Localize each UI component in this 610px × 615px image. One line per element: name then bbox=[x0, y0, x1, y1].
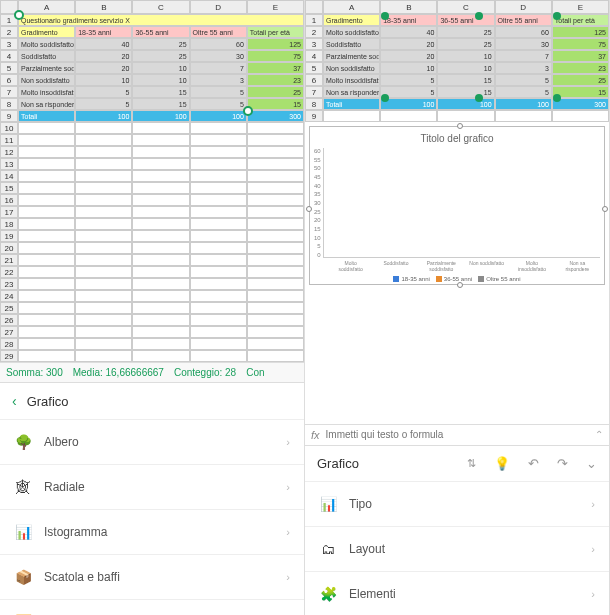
row-hdr[interactable]: 5 bbox=[305, 62, 323, 74]
row-hdr[interactable]: 24 bbox=[0, 290, 18, 302]
cell[interactable]: Oltre 55 anni bbox=[495, 14, 552, 26]
cell[interactable] bbox=[247, 254, 304, 266]
cell[interactable] bbox=[132, 254, 189, 266]
row-hdr[interactable]: 3 bbox=[0, 38, 18, 50]
row-10[interactable]: 10 bbox=[0, 122, 304, 134]
cell[interactable]: Totali bbox=[18, 110, 75, 122]
cell[interactable]: 15 bbox=[437, 86, 494, 98]
chart-object[interactable]: Titolo del grafico 605550454035302520151… bbox=[309, 126, 605, 285]
cell[interactable]: 23 bbox=[552, 62, 609, 74]
cell[interactable]: 5 bbox=[190, 86, 247, 98]
row-27[interactable]: 27 bbox=[0, 326, 304, 338]
cell[interactable]: 5 bbox=[495, 86, 552, 98]
cell[interactable]: 100 bbox=[437, 98, 494, 110]
cell[interactable] bbox=[75, 350, 132, 362]
selection-handle-br[interactable] bbox=[243, 106, 253, 116]
row-7[interactable]: 7Non sa rispondere515515 bbox=[305, 86, 609, 98]
row-6[interactable]: 6Non soddisfatto1010323 bbox=[0, 74, 304, 86]
cell[interactable] bbox=[18, 206, 75, 218]
cell[interactable]: 100 bbox=[75, 110, 132, 122]
row-22[interactable]: 22 bbox=[0, 266, 304, 278]
cell[interactable] bbox=[380, 110, 437, 122]
row-hdr[interactable]: 8 bbox=[305, 98, 323, 110]
row-11[interactable]: 11 bbox=[0, 134, 304, 146]
row-16[interactable]: 16 bbox=[0, 194, 304, 206]
cell[interactable] bbox=[132, 338, 189, 350]
cell[interactable] bbox=[247, 278, 304, 290]
row-hdr[interactable]: 6 bbox=[305, 74, 323, 86]
row-26[interactable]: 26 bbox=[0, 314, 304, 326]
cell[interactable]: 40 bbox=[75, 38, 132, 50]
sel-dot[interactable] bbox=[553, 12, 561, 20]
cell[interactable]: 15 bbox=[132, 86, 189, 98]
cell[interactable]: 10 bbox=[132, 74, 189, 86]
cell[interactable]: 7 bbox=[495, 50, 552, 62]
row-hdr[interactable]: 8 bbox=[0, 98, 18, 110]
cell[interactable] bbox=[75, 254, 132, 266]
cell[interactable] bbox=[75, 194, 132, 206]
cell[interactable] bbox=[247, 134, 304, 146]
col-A[interactable]: A bbox=[323, 0, 380, 14]
chart-handle[interactable] bbox=[457, 123, 463, 129]
row-hdr[interactable]: 27 bbox=[0, 326, 18, 338]
cell[interactable] bbox=[75, 146, 132, 158]
row-25[interactable]: 25 bbox=[0, 302, 304, 314]
cell[interactable] bbox=[132, 314, 189, 326]
cell[interactable] bbox=[18, 134, 75, 146]
row-hdr[interactable]: 9 bbox=[305, 110, 323, 122]
cell[interactable] bbox=[132, 206, 189, 218]
menu-item-elementi[interactable]: 🧩Elementi› bbox=[305, 571, 609, 615]
cell[interactable] bbox=[190, 278, 247, 290]
cell[interactable] bbox=[18, 170, 75, 182]
cell[interactable]: Molto insoddisfatto bbox=[18, 86, 75, 98]
chevron-up-icon[interactable]: ⌃ bbox=[595, 429, 603, 440]
cell[interactable] bbox=[247, 218, 304, 230]
col-D[interactable]: D bbox=[190, 0, 247, 14]
row-hdr[interactable]: 4 bbox=[0, 50, 18, 62]
cell[interactable]: Molto soddisfatto bbox=[18, 38, 75, 50]
cell[interactable]: 15 bbox=[247, 98, 304, 110]
row-18[interactable]: 18 bbox=[0, 218, 304, 230]
menu-item-albero[interactable]: 🌳Albero› bbox=[0, 419, 304, 464]
cell[interactable]: Parzialmente soddisfatto bbox=[323, 50, 380, 62]
cell[interactable] bbox=[190, 242, 247, 254]
cell[interactable] bbox=[247, 170, 304, 182]
cell[interactable] bbox=[75, 338, 132, 350]
row-hdr[interactable]: 21 bbox=[0, 254, 18, 266]
cell[interactable]: 30 bbox=[495, 38, 552, 50]
row-24[interactable]: 24 bbox=[0, 290, 304, 302]
cell[interactable] bbox=[75, 302, 132, 314]
back-icon[interactable]: ‹ bbox=[12, 393, 17, 409]
menu-item-tipo[interactable]: 📊Tipo› bbox=[305, 481, 609, 526]
row-hdr[interactable]: 22 bbox=[0, 266, 18, 278]
cell[interactable]: 3 bbox=[190, 74, 247, 86]
row-2[interactable]: 2Molto soddisfatto402560125 bbox=[305, 26, 609, 38]
row-19[interactable]: 19 bbox=[0, 230, 304, 242]
lightbulb-icon[interactable]: 💡 bbox=[494, 456, 510, 471]
row-4[interactable]: 4Parzialmente soddisfatto2010737 bbox=[305, 50, 609, 62]
cell[interactable] bbox=[132, 278, 189, 290]
cell[interactable] bbox=[190, 218, 247, 230]
cell[interactable] bbox=[132, 266, 189, 278]
cell[interactable] bbox=[75, 206, 132, 218]
cell[interactable]: 15 bbox=[437, 74, 494, 86]
cell[interactable]: Gradimento bbox=[323, 14, 380, 26]
row-21[interactable]: 21 bbox=[0, 254, 304, 266]
cell[interactable]: 15 bbox=[132, 98, 189, 110]
row-hdr[interactable]: 19 bbox=[0, 230, 18, 242]
cell[interactable] bbox=[190, 338, 247, 350]
cell[interactable] bbox=[132, 326, 189, 338]
cell[interactable] bbox=[75, 326, 132, 338]
cell[interactable] bbox=[18, 158, 75, 170]
cell[interactable] bbox=[18, 314, 75, 326]
cell[interactable]: Non sa rispondere bbox=[18, 98, 75, 110]
cell[interactable] bbox=[190, 254, 247, 266]
cell[interactable] bbox=[190, 290, 247, 302]
row-14[interactable]: 14 bbox=[0, 170, 304, 182]
cell[interactable]: 30 bbox=[190, 50, 247, 62]
row-5[interactable]: 5Parzialmente soddisfatto2010737 bbox=[0, 62, 304, 74]
chevron-down-icon[interactable]: ⌄ bbox=[586, 456, 597, 471]
cell[interactable] bbox=[132, 122, 189, 134]
cell[interactable] bbox=[75, 170, 132, 182]
cell[interactable] bbox=[18, 218, 75, 230]
